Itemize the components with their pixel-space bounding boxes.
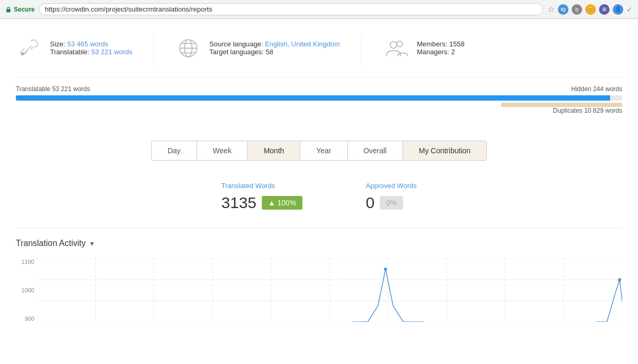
managers-label: Managers:: [417, 48, 449, 56]
tools-icon: [16, 35, 42, 61]
members-label: Members:: [417, 40, 447, 48]
translated-words-block: Translated Words 3135 ▲ 100%: [221, 182, 302, 212]
managers-value: 2: [451, 48, 455, 56]
activity-section: Translation Activity ▾ 1100 1000 900: [16, 228, 622, 327]
activity-header[interactable]: Translation Activity ▾: [16, 233, 622, 253]
svg-point-8: [397, 41, 403, 47]
progress-section: Translatable 53 221 words Hidden 244 wor…: [16, 77, 622, 125]
secure-label: Secure: [14, 6, 35, 13]
translatable-progress-label: Translatable 53 221 words: [16, 85, 90, 93]
target-lang-value: 58: [266, 48, 273, 56]
y-label-900: 900: [16, 316, 34, 322]
tab-week[interactable]: Week: [197, 141, 248, 160]
secure-indicator: Secure: [5, 6, 35, 13]
people-icon: [382, 35, 409, 61]
activity-title: Translation Activity: [16, 239, 86, 248]
members-stat-block: Members: 1558 Managers: 2: [382, 35, 464, 61]
source-lang-label: Source language:: [209, 40, 263, 48]
target-lang-label: Target languages:: [209, 48, 263, 56]
main-content: Size: 53 465 words Translatable: 53 221 …: [0, 19, 638, 338]
members-stat-text: Members: 1558 Managers: 2: [417, 40, 464, 56]
tab-overall[interactable]: Overall: [348, 141, 403, 160]
progress-labels: Translatable 53 221 words Hidden 244 wor…: [16, 85, 622, 93]
size-stat-block: Size: 53 465 words Translatable: 53 221 …: [16, 35, 132, 61]
stats-row: Size: 53 465 words Translatable: 53 221 …: [16, 29, 622, 77]
svg-rect-0: [6, 9, 11, 12]
divider-2: [361, 35, 361, 66]
language-stat-text: Source language: English, United Kingdom…: [209, 40, 340, 56]
chevron-down-icon: ▾: [90, 239, 94, 248]
approved-number: 0: [366, 194, 375, 212]
approved-words-block: Approved Words 0 0%: [366, 182, 417, 212]
translated-value-row: 3135 ▲ 100%: [221, 194, 302, 212]
blue-progress-fill: [16, 95, 610, 101]
members-value: 1558: [449, 40, 465, 48]
hidden-label: Hidden 244 words: [571, 85, 622, 93]
ext-iq[interactable]: IQ: [558, 4, 568, 15]
translated-badge: ▲ 100%: [262, 196, 303, 210]
tab-my-contribution[interactable]: My Contribution: [403, 141, 486, 160]
chart-area: 1100 1000 900: [16, 259, 622, 322]
browser-chrome: Secure https://crowdin.com/project/suite…: [0, 0, 638, 19]
divider-1: [153, 35, 154, 66]
svg-point-22: [384, 268, 387, 271]
browser-extensions: ☆ IQ b 😊 ⊞ 👤 ✓: [547, 4, 633, 15]
tab-month[interactable]: Month: [248, 141, 300, 160]
ext-user[interactable]: 👤: [613, 4, 623, 15]
main-progress-bar: [16, 95, 622, 101]
metrics-section: Translated Words 3135 ▲ 100% Approved Wo…: [16, 171, 622, 228]
translatable-value[interactable]: 53 221 words: [91, 48, 132, 56]
lock-icon: [5, 6, 12, 13]
star-icon[interactable]: ☆: [547, 4, 555, 14]
svg-point-23: [618, 278, 621, 281]
approved-badge: 0%: [380, 196, 403, 210]
url-text: https://crowdin.com/project/suitecrmtran…: [45, 5, 212, 13]
size-value[interactable]: 53 465 words: [67, 40, 109, 48]
source-lang-value[interactable]: English, United Kingdom: [265, 40, 340, 48]
secondary-progress-bar: [16, 103, 622, 107]
globe-icon: [175, 35, 201, 61]
tabs-container: Day Week Month Year Overall My Contribut…: [151, 141, 487, 161]
address-bar[interactable]: https://crowdin.com/project/suitecrmtran…: [39, 3, 543, 15]
approved-label: Approved Words: [366, 182, 417, 190]
svg-point-7: [390, 41, 397, 48]
y-label-1000: 1000: [16, 287, 34, 293]
ext-grid[interactable]: ⊞: [599, 4, 610, 15]
svg-point-1: [22, 52, 24, 54]
tab-day[interactable]: Day: [152, 141, 197, 160]
chart-svg: [37, 259, 622, 322]
size-label: Size:: [50, 40, 65, 48]
ext-emoji[interactable]: 😊: [585, 4, 596, 15]
size-stat-text: Size: 53 465 words Translatable: 53 221 …: [50, 40, 132, 56]
translated-label: Translated Words: [221, 182, 302, 190]
translated-number: 3135: [221, 194, 257, 212]
approved-value-row: 0 0%: [366, 194, 417, 212]
y-label-1100: 1100: [16, 259, 34, 265]
tan-progress-fill: [501, 103, 622, 107]
language-stat-block: Source language: English, United Kingdom…: [175, 35, 340, 61]
translatable-label: Translatable:: [50, 48, 90, 56]
ext-b[interactable]: b: [572, 4, 582, 15]
tab-year[interactable]: Year: [300, 141, 347, 160]
ext-check: ✓: [626, 5, 633, 14]
duplicates-label: Duplicates 10 829 words: [16, 107, 622, 114]
tabs-section: Day Week Month Year Overall My Contribut…: [16, 141, 622, 161]
